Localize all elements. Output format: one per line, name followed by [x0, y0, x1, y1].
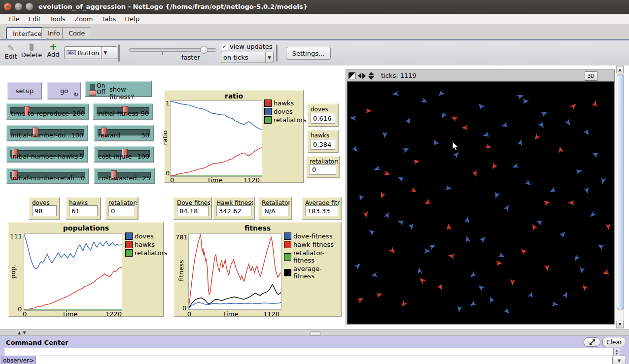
chevron-down-icon: ▼ [101, 47, 107, 59]
pencil-icon: ✎ [7, 43, 14, 53]
monitor-value: 0.384 [311, 139, 335, 150]
legend-label: retaliators [274, 116, 306, 124]
hawk-turtle [544, 265, 550, 272]
legend-swatch-doves [264, 108, 272, 115]
horizontal-stretch-icon[interactable] [358, 73, 366, 79]
slider-value: 0 [81, 174, 85, 182]
dove-turtle [549, 187, 557, 194]
setup-button[interactable]: setup [7, 82, 42, 99]
settings-button[interactable]: Settings... [286, 47, 331, 60]
menu-zoom[interactable]: Zoom [70, 14, 97, 24]
slider-value: 25 [142, 174, 150, 182]
dove-turtle [429, 242, 437, 250]
splitter-handle[interactable] [311, 331, 320, 335]
hawk-turtle [366, 108, 372, 113]
hawk-turtle [543, 199, 551, 206]
menu-help[interactable]: Help [121, 14, 143, 24]
tab-code[interactable]: Code [62, 27, 91, 38]
world-view-header: ticks: 1119 3D [346, 70, 614, 81]
dove-turtle [528, 291, 535, 298]
slider-initial-fitness[interactable]: initial-fitness50 [93, 103, 153, 120]
dove-turtle [469, 271, 477, 279]
monitor-value: 0 [108, 205, 135, 216]
command-input[interactable] [35, 356, 614, 364]
command-center-splitter[interactable]: ▲▼ [0, 329, 629, 336]
edit-button[interactable]: ✎ Edit [2, 43, 20, 60]
slider-label: reward [98, 132, 120, 139]
vertical-scrollbar-thumb[interactable] [617, 74, 624, 310]
dove-turtle [523, 99, 529, 104]
update-mode-dropdown[interactable]: on ticks ▼ [221, 52, 274, 63]
title-bar[interactable]: ✕ — evolution_of_aggression - NetLogo {/… [0, 0, 629, 14]
go-label: go [60, 87, 68, 95]
scroll-up-icon[interactable]: ▲ [616, 66, 624, 73]
resize-world-icon[interactable] [349, 72, 355, 79]
clear-button[interactable]: Clear [602, 337, 626, 347]
monitor-value: 183.33 [305, 205, 338, 216]
plot-title: populations [9, 224, 163, 232]
font-size-icon[interactable] [368, 72, 374, 80]
legend-swatch-average-fitness [284, 269, 291, 276]
switch-knob[interactable] [89, 90, 96, 96]
slider-label: initial-fitness [97, 110, 139, 117]
world-view[interactable]: ticks: 1119 3D [346, 69, 615, 325]
show-fitness-switch[interactable]: On Off show-fitness? [85, 81, 152, 97]
dove-turtle [349, 115, 356, 121]
x-axis-label: time [63, 310, 77, 318]
populations-legend: doves hawks retaliators [125, 232, 167, 257]
spinner-icon[interactable]: ▲▼ [613, 348, 620, 356]
slider-initial-number-retaliators[interactable]: initial-number-retali...0 [6, 168, 89, 184]
menu-tools[interactable]: Tools [46, 14, 70, 24]
slider-cost-injure[interactable]: cost-injure100 [94, 146, 154, 163]
dove-turtle [589, 211, 596, 219]
detach-command-center-button[interactable] [584, 337, 600, 347]
minimize-icon[interactable]: — [15, 3, 22, 10]
dove-turtle [354, 262, 362, 269]
slider-value: 50 [141, 132, 149, 139]
dove-turtle [373, 165, 381, 172]
tab-strip: Interface Info Code [0, 25, 629, 40]
world-canvas[interactable] [347, 81, 614, 324]
maximize-icon[interactable] [26, 3, 33, 10]
slider-label: initial-number-do... [11, 132, 71, 139]
dove-turtle [351, 145, 359, 153]
dove-turtle [453, 150, 460, 158]
slider-reward[interactable]: reward50 [94, 125, 154, 141]
slider-label: initial-number-retali... [11, 174, 80, 182]
dove-turtle [477, 102, 485, 110]
slider-initial-number-hawks[interactable]: initial-number-hawks5 [6, 146, 88, 163]
dove-turtle [562, 291, 570, 298]
window-title: evolution_of_aggression - NetLogo {/home… [38, 3, 308, 10]
view-updates-checkbox[interactable]: ✓ [221, 43, 228, 50]
menu-edit[interactable]: Edit [25, 14, 45, 24]
vertical-scrollbar[interactable]: ▲ ▼ [616, 66, 624, 329]
dove-turtle [501, 122, 508, 128]
scroll-down-icon[interactable]: ▼ [616, 321, 624, 328]
menu-file[interactable]: File [5, 14, 24, 24]
delete-label: Delete [21, 51, 42, 59]
widget-type-select[interactable]: abc Button ▼ [64, 46, 117, 59]
interface-toolbar: ✎ Edit Delete + Add abc Button ▼ faster … [0, 40, 629, 66]
dove-turtle [540, 109, 548, 117]
slider-time-to-reproduce[interactable]: time-to-reproduce200 [6, 103, 89, 120]
history-dropdown-button[interactable]: ▼ [612, 356, 626, 364]
trash-icon [28, 43, 35, 51]
slider-cost-wasted[interactable]: cost-wasted...25 [94, 168, 155, 184]
monitor-value: 0 [310, 164, 336, 175]
hawk-turtle [448, 253, 455, 259]
splitter-collapse-icons[interactable]: ▲▼ [18, 331, 28, 335]
delete-button[interactable]: Delete [21, 43, 42, 59]
plot-title: ratio [165, 92, 303, 100]
dove-turtle [424, 248, 431, 254]
add-button[interactable]: + Add [44, 42, 62, 58]
speed-slider-handle[interactable] [200, 46, 208, 54]
slider-initial-number-doves[interactable]: initial-number-do...100 [6, 125, 88, 141]
go-button[interactable]: go ↻ [47, 82, 81, 99]
hawk-turtle [558, 146, 563, 153]
view-3d-button[interactable]: 3D [585, 71, 597, 81]
close-icon[interactable]: ✕ [4, 3, 11, 10]
menu-tabs[interactable]: Tabs [98, 14, 120, 24]
command-output[interactable]: ▲▼ [4, 348, 620, 356]
hawk-turtle [437, 283, 444, 291]
add-label: Add [47, 51, 59, 58]
